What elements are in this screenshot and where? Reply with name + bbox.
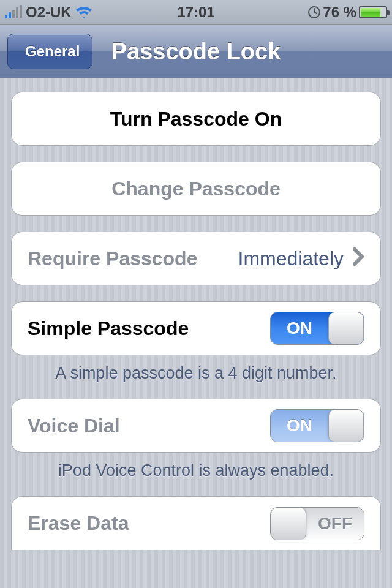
back-button-label: General: [25, 43, 80, 60]
switch-on-label: ON: [271, 312, 328, 344]
voice-dial-toggle: ON: [270, 409, 364, 442]
switch-off-label: OFF: [306, 508, 364, 540]
wifi-icon: [75, 6, 92, 18]
voice-dial-footer: iPod Voice Control is always enabled.: [11, 453, 381, 480]
status-bar: O2-UK 17:01 76 %: [0, 0, 392, 24]
change-passcode-label: Change Passcode: [111, 178, 281, 200]
carrier-label: O2-UK: [26, 4, 72, 21]
require-passcode-row[interactable]: Require Passcode Immediately: [11, 232, 381, 285]
status-time: 17:01: [177, 4, 214, 21]
chevron-right-icon: [352, 246, 364, 271]
voice-dial-label: Voice Dial: [28, 415, 270, 437]
back-button[interactable]: General: [7, 34, 92, 69]
simple-passcode-footer: A simple passcode is a 4 digit number.: [11, 355, 381, 383]
simple-passcode-toggle[interactable]: ON: [270, 312, 364, 345]
content-area: Turn Passcode On Change Passcode Require…: [0, 78, 392, 588]
erase-data-toggle: OFF: [270, 507, 364, 540]
require-passcode-label: Require Passcode: [28, 247, 238, 270]
erase-data-row: Erase Data OFF: [11, 496, 381, 550]
erase-data-label: Erase Data: [28, 512, 270, 535]
signal-icon: [5, 6, 22, 18]
voice-dial-row: Voice Dial ON: [11, 399, 381, 453]
simple-passcode-row: Simple Passcode ON: [11, 301, 381, 355]
turn-passcode-on-button[interactable]: Turn Passcode On: [11, 92, 381, 146]
nav-bar: General Passcode Lock: [0, 24, 392, 78]
battery-icon: [359, 6, 387, 18]
switch-on-label: ON: [271, 410, 328, 442]
clock-icon: [308, 6, 320, 18]
turn-passcode-on-label: Turn Passcode On: [110, 108, 282, 130]
battery-percent-label: 76 %: [323, 4, 356, 21]
simple-passcode-label: Simple Passcode: [28, 317, 270, 340]
change-passcode-button: Change Passcode: [11, 162, 381, 216]
require-passcode-value: Immediately: [238, 247, 344, 270]
